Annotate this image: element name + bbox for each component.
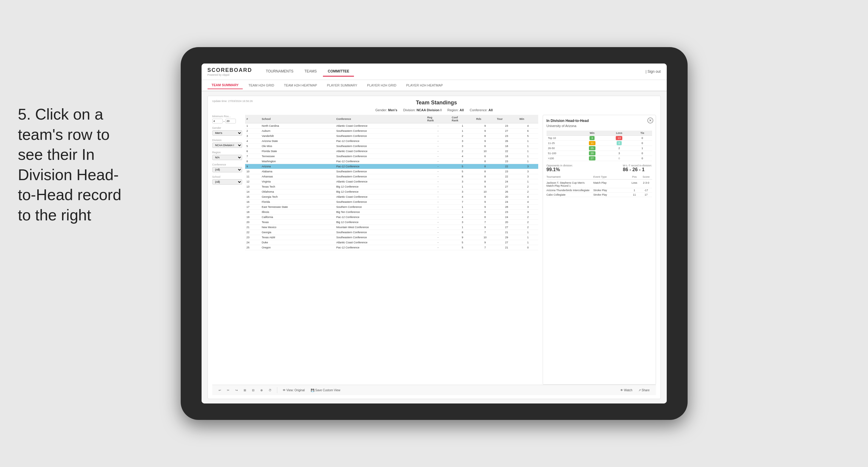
min-rou-label: Minimum Rou...: [212, 115, 242, 118]
table-row[interactable]: 17 East Tennessee State Southern Confere…: [245, 205, 538, 210]
filter-conference-sidebar: Conference (All): [212, 163, 242, 173]
table-row[interactable]: 19 California Pac-12 Conference - 4 8 24…: [245, 215, 538, 220]
min-rou-range: -: [212, 119, 242, 123]
save-custom-view-button[interactable]: 💾 Save Custom View: [309, 388, 342, 393]
bottom-toolbar: ↩ ✂ ↪ ⊞ ⊟ ⊕ ⏱ 👁 View: Original 💾 Save Cu…: [212, 385, 656, 395]
card-header: Update time: 27/03/2024 16:56:26 Team St…: [212, 100, 656, 106]
subnav-team-h2h-grid[interactable]: TEAM H2H GRID: [244, 82, 278, 89]
filter-region: Region: All: [447, 108, 464, 112]
filter-school-sidebar: School (All): [212, 175, 242, 185]
share-icon: ↗: [639, 388, 641, 392]
t-header-pos: Pos: [628, 175, 640, 178]
subnav-player-summary[interactable]: PLAYER SUMMARY: [322, 82, 362, 89]
h2h-row: 26-50 25 2 1: [547, 146, 652, 151]
t-event-3: Stroke Play: [593, 193, 628, 196]
sign-out[interactable]: | Sign out: [646, 69, 661, 74]
share-button[interactable]: ↗ Share: [637, 388, 652, 393]
t-pos-1: Loss: [628, 181, 640, 187]
table-row[interactable]: 24 Duke Atlantic Coast Conference - 5 9 …: [245, 240, 538, 245]
school-label: School: [212, 175, 242, 178]
filters-row: Gender: Men's Division: NCAA Division I …: [212, 108, 656, 112]
filter-min-rou: Minimum Rou... -: [212, 115, 242, 123]
t-name-1: Jackson T. Stephens Cup Men's Match-Play…: [547, 181, 593, 187]
subnav-player-h2h-heatmap[interactable]: PLAYER H2H HEATMAP: [402, 82, 447, 89]
region-select[interactable]: N/A: [212, 155, 242, 160]
content-card: Update time: 27/03/2024 16:56:26 Team St…: [208, 96, 661, 399]
col-conf-rank: ConfRank: [450, 115, 475, 123]
min-rou-input1[interactable]: [212, 119, 223, 123]
t-name-2: Arizona Thunderbirds Intercollegiate: [547, 189, 593, 192]
table-row[interactable]: 18 Illinois Big Ten Conference - 1 9 23 …: [245, 210, 538, 215]
table-row[interactable]: 20 Texas Big 12 Conference - 3 7 20 2: [245, 220, 538, 225]
view-original-button[interactable]: 👁 View: Original: [281, 388, 307, 393]
t-score-1: 2-3-0: [640, 181, 652, 187]
wl-value: 86 - 26 - 1: [623, 167, 652, 173]
t-header-event: Event Type: [593, 175, 628, 178]
table-row[interactable]: 25 Oregon Pac-12 Conference - 5 7 21 0: [245, 245, 538, 250]
table-row[interactable]: 10 Alabama Southeastern Conference - 5 8…: [245, 169, 538, 174]
table-row[interactable]: 11 Arkansas Southeastern Conference - 8 …: [245, 174, 538, 179]
col-reg-rank: RegRank: [426, 115, 450, 123]
copy-button[interactable]: ⊞: [242, 388, 248, 393]
table-row[interactable]: 5 Ole Miss Southeastern Conference - 3 6…: [245, 144, 538, 149]
subnav-player-h2h-grid[interactable]: PLAYER H2H GRID: [363, 82, 400, 89]
table-row[interactable]: 4 Arizona State Pac-12 Conference - 3 9 …: [245, 139, 538, 144]
table-row[interactable]: 9 Arizona Pac-12 Conference - 5 8 22 3: [245, 164, 538, 169]
close-button[interactable]: ✕: [647, 118, 653, 123]
table-row[interactable]: 16 Florida Southeastern Conference - 7 9…: [245, 199, 538, 205]
table-row[interactable]: 8 Washington Pac-12 Conference - 2 8 23 …: [245, 159, 538, 164]
col-rank: #: [245, 115, 260, 123]
nav-links: TOURNAMENTS TEAMS COMMITTEE: [261, 67, 646, 76]
table-row[interactable]: 23 Texas A&M Southeastern Conference - 9…: [245, 235, 538, 240]
filter-gender: Gender: Men's: [375, 108, 398, 112]
logo-title: SCOREBOARD: [208, 67, 252, 73]
top-nav: SCOREBOARD Powered by clippd TOURNAMENTS…: [202, 64, 667, 80]
h2h-col-tie: Tie: [633, 131, 652, 136]
table-row[interactable]: 21 New Mexico Mountain West Conference -…: [245, 225, 538, 230]
undo-button[interactable]: ↩: [217, 388, 223, 393]
conference-select[interactable]: (All): [212, 167, 242, 173]
watch-button[interactable]: 👁 Watch: [618, 388, 634, 393]
nav-committee[interactable]: COMMITTEE: [323, 67, 354, 76]
table-row[interactable]: 22 Georgia Southeastern Conference - 8 7…: [245, 230, 538, 235]
two-col: Minimum Rou... - Gender Men's: [212, 115, 656, 385]
table-row[interactable]: 7 Tennessee Southeastern Conference - 4 …: [245, 154, 538, 159]
min-rou-input2[interactable]: [225, 119, 236, 123]
t-pos-2: 1: [628, 189, 640, 192]
cut-button[interactable]: ✂: [225, 388, 231, 393]
redo-button[interactable]: ↪: [234, 388, 240, 393]
table-row[interactable]: 13 Texas Tech Big 12 Conference - 1 9 27…: [245, 184, 538, 189]
t-event-1: Match Play: [593, 181, 628, 187]
subnav-team-summary[interactable]: TEAM SUMMARY: [208, 82, 243, 89]
add-button[interactable]: ⊕: [258, 388, 265, 393]
nav-teams[interactable]: TEAMS: [300, 67, 321, 76]
sub-nav: TEAM SUMMARY TEAM H2H GRID TEAM H2H HEAT…: [202, 80, 667, 91]
nav-tournaments[interactable]: TOURNAMENTS: [261, 67, 298, 76]
gender-select[interactable]: Men's: [212, 130, 242, 136]
filter-division: Division: NCAA Division I: [403, 108, 441, 112]
opponents-value: 99.1%: [547, 167, 573, 173]
table-row[interactable]: 12 Virginia Atlantic Coast Conference - …: [245, 179, 538, 184]
subnav-team-h2h-heatmap[interactable]: TEAM H2H HEATMAP: [280, 82, 321, 89]
left-col: Minimum Rou... - Gender Men's: [212, 115, 538, 385]
tournament-row: Arizona Thunderbirds Intercollegiate Str…: [547, 188, 652, 193]
logo-subtitle: Powered by clippd: [208, 73, 252, 76]
table-row[interactable]: 3 Vanderbilt Southeastern Conference - 2…: [245, 134, 538, 139]
filter-region-sidebar: Region N/A: [212, 151, 242, 160]
col-school: School: [260, 115, 335, 123]
table-row[interactable]: 15 Georgia Tech Atlantic Coast Conferenc…: [245, 194, 538, 199]
school-select[interactable]: (All): [212, 179, 242, 185]
table-row[interactable]: 1 North Carolina Atlantic Coast Conferen…: [245, 123, 538, 128]
h2h-col-label: [547, 131, 579, 136]
h2h-row: 51-100 20 3 0: [547, 151, 652, 156]
toolbar-separator: [277, 387, 277, 393]
table-row[interactable]: 14 Oklahoma Big 12 Conference - 3 10 26 …: [245, 189, 538, 194]
opponents-label: Opponents in division:: [547, 164, 573, 167]
h2h-row: Top 10 3 13 0: [547, 136, 652, 141]
clock-button[interactable]: ⏱: [267, 388, 273, 393]
division-select[interactable]: NCAA Division I: [212, 143, 242, 148]
tournament-row: Cabo Collegiate Stroke Play 11 17: [547, 193, 652, 197]
table-row[interactable]: 6 Florida State Atlantic Coast Conferenc…: [245, 149, 538, 154]
table-row[interactable]: 2 Auburn Southeastern Conference - 1 9 2…: [245, 128, 538, 134]
paste-button[interactable]: ⊟: [250, 388, 256, 393]
